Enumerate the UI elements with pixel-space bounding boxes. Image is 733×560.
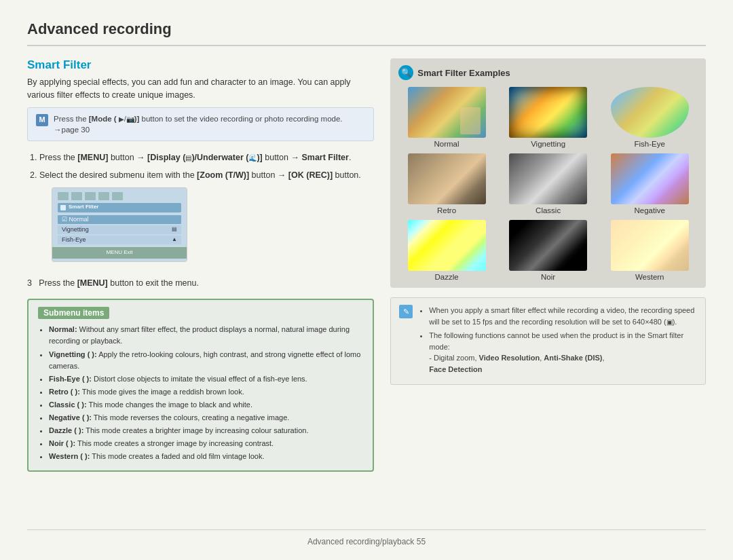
filter-thumb-classic [509,153,587,204]
footer-bar: Advanced recording/playback 55 [27,529,706,546]
submenu-item-negative: Negative ( ): This mode reverses the col… [49,412,363,424]
left-column: Smart Filter By applying special effects… [27,58,374,524]
note-icon: M [36,114,48,126]
main-content: Smart Filter By applying special effects… [27,58,706,524]
smart-filter-section: Smart Filter By applying special effects… [27,58,374,141]
filter-item-western: Western [601,220,698,281]
section-title: Smart Filter [27,58,374,72]
note-box: M Press the [Mode ( ▶/📷)] button to set … [27,107,374,141]
menu-item-fisheye: Fish-Eye ▲ [58,236,181,244]
filter-label-normal: Normal [434,140,459,148]
filter-examples-box: 🔍 Smart Filter Examples Normal [390,58,706,288]
right-note-content: When you apply a smart filter effect whi… [418,305,697,377]
steps: Press the [MENU] button → [Display (▤)/U… [27,151,374,267]
filter-grid: Normal Vignetting [398,87,698,281]
filter-label-vignetting: Vignetting [531,140,565,148]
filter-thumb-vignetting [509,87,587,138]
right-note-box: ✎ When you apply a smart filter effect w… [390,297,706,385]
filter-item-normal: Normal [398,87,495,148]
filter-thumb-western [611,220,689,271]
right-note-icon: ✎ [399,305,413,318]
filter-item-negative: Negative [601,153,698,214]
filter-thumb-noir [509,220,587,271]
menu-screenshot: Smart Filter ☑ Normal Vignetting ▤ Fish-… [52,187,187,262]
filter-label-noir: Noir [541,273,555,281]
step-2: Select the desired submenu item with the… [39,168,374,262]
submenu-item-noir: Noir ( ): This mode creates a stronger i… [49,438,363,449]
note-text: Press the [Mode ( ▶/📷)] button to set th… [54,113,365,135]
right-column: 🔍 Smart Filter Examples Normal [390,58,706,524]
filter-item-noir: Noir [500,220,597,281]
submenu-title: Submenu items [38,307,109,319]
menu-item-normal: ☑ Normal [58,215,181,224]
menu-item-vignetting: Vignetting ▤ [58,225,181,234]
filter-examples-header: 🔍 Smart Filter Examples [398,65,698,80]
filter-item-fisheye: Fish-Eye [601,87,698,148]
filter-thumb-negative [611,153,689,204]
page-title: Advanced recording [27,20,706,46]
filter-label-retro: Retro [437,206,456,214]
filter-thumb-dazzle [408,220,486,271]
step-1: Press the [MENU] button → [Display (▤)/U… [39,151,374,164]
submenu-box: Submenu items Normal: Without any smart … [27,299,374,472]
filter-item-vignetting: Vignetting [500,87,597,148]
filter-item-dazzle: Dazzle [398,220,495,281]
filter-examples-title: Smart Filter Examples [417,68,510,78]
submenu-item-western: Western ( ): This mode creates a faded a… [49,451,363,462]
filter-item-classic: Classic [500,153,597,214]
filter-label-western: Western [635,273,664,281]
filter-label-negative: Negative [635,206,665,214]
filter-label-dazzle: Dazzle [434,273,458,281]
submenu-item-classic: Classic ( ): This mode changes the image… [49,399,363,411]
filter-thumb-retro [408,153,486,204]
filter-item-retro: Retro [398,153,495,214]
filter-label-fisheye: Fish-Eye [635,140,665,148]
filter-thumb-normal [408,87,486,138]
submenu-item-normal: Normal: Without any smart filter effect,… [49,324,363,347]
submenu-item-fisheye: Fish-Eye ( ): Distort close objects to i… [49,373,363,385]
page: Advanced recording Smart Filter By apply… [0,0,733,560]
submenu-list: Normal: Without any smart filter effect,… [38,324,363,462]
description: By applying special effects, you can add… [27,76,374,102]
filter-header-icon: 🔍 [398,65,413,80]
step-3: 3 Press the [MENU] button to exit the me… [27,277,374,290]
submenu-item-vignetting: Vignetting ( ): Apply the retro-looking … [49,349,363,372]
filter-label-classic: Classic [535,206,561,214]
filter-thumb-fisheye [611,87,689,138]
submenu-item-dazzle: Dazzle ( ): This mode creates a brighter… [49,425,363,436]
submenu-item-retro: Retro ( ): This mode gives the image a r… [49,386,363,398]
